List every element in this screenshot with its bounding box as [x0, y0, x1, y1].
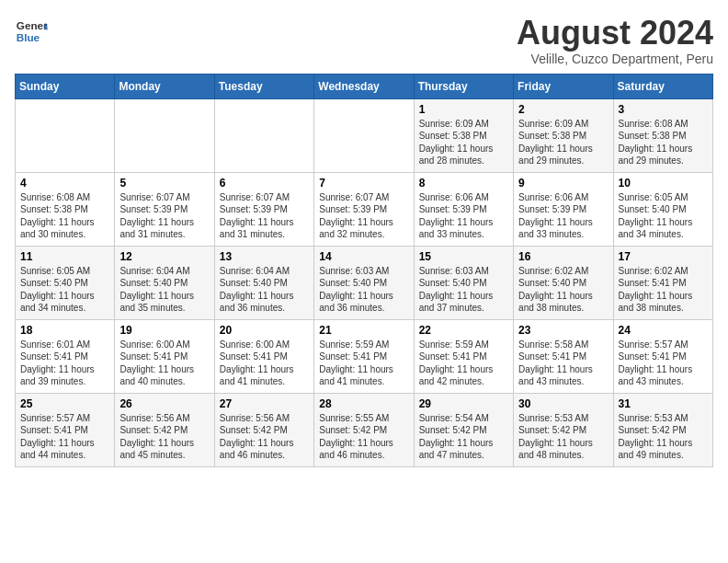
- day-info: Sunrise: 6:03 AM Sunset: 5:40 PM Dayligh…: [419, 265, 508, 315]
- day-info: Sunrise: 6:09 AM Sunset: 5:38 PM Dayligh…: [518, 118, 608, 167]
- calendar-cell: 11Sunrise: 6:05 AM Sunset: 5:40 PM Dayli…: [16, 246, 115, 319]
- day-info: Sunrise: 6:08 AM Sunset: 5:38 PM Dayligh…: [20, 191, 109, 241]
- day-number: 13: [220, 250, 309, 263]
- calendar-cell: 8Sunrise: 6:06 AM Sunset: 5:39 PM Daylig…: [414, 172, 513, 246]
- day-number: 6: [220, 177, 309, 190]
- day-number: 2: [518, 103, 608, 116]
- day-info: Sunrise: 5:55 AM Sunset: 5:42 PM Dayligh…: [319, 412, 408, 462]
- weekday-header-wednesday: Wednesday: [314, 74, 414, 98]
- calendar-cell: 18Sunrise: 6:01 AM Sunset: 5:41 PM Dayli…: [16, 319, 115, 393]
- day-number: 12: [119, 250, 209, 263]
- calendar-cell: 29Sunrise: 5:54 AM Sunset: 5:42 PM Dayli…: [414, 393, 513, 466]
- weekday-header-tuesday: Tuesday: [214, 74, 313, 98]
- day-info: Sunrise: 6:06 AM Sunset: 5:39 PM Dayligh…: [518, 191, 608, 241]
- day-info: Sunrise: 5:56 AM Sunset: 5:42 PM Dayligh…: [220, 412, 309, 462]
- svg-text:General: General: [17, 19, 48, 31]
- day-number: 27: [220, 397, 309, 410]
- day-info: Sunrise: 6:03 AM Sunset: 5:40 PM Dayligh…: [319, 265, 408, 315]
- day-number: 19: [119, 324, 209, 337]
- day-number: 20: [220, 324, 309, 337]
- calendar-cell: 3Sunrise: 6:08 AM Sunset: 5:38 PM Daylig…: [613, 98, 712, 172]
- calendar-cell: 5Sunrise: 6:07 AM Sunset: 5:39 PM Daylig…: [115, 172, 214, 246]
- day-number: 1: [419, 103, 508, 116]
- calendar-cell: 15Sunrise: 6:03 AM Sunset: 5:40 PM Dayli…: [414, 246, 513, 319]
- calendar-cell: 13Sunrise: 6:04 AM Sunset: 5:40 PM Dayli…: [214, 246, 313, 319]
- day-info: Sunrise: 5:59 AM Sunset: 5:41 PM Dayligh…: [419, 339, 508, 388]
- day-number: 9: [518, 177, 608, 190]
- month-year-title: August 2024: [517, 15, 713, 52]
- day-info: Sunrise: 6:06 AM Sunset: 5:39 PM Dayligh…: [419, 191, 508, 241]
- calendar-table: SundayMondayTuesdayWednesdayThursdayFrid…: [15, 74, 713, 467]
- title-block: August 2024 Velille, Cuzco Department, P…: [517, 15, 713, 66]
- day-info: Sunrise: 5:58 AM Sunset: 5:41 PM Dayligh…: [518, 339, 608, 388]
- weekday-header-row: SundayMondayTuesdayWednesdayThursdayFrid…: [16, 74, 713, 98]
- calendar-cell: 30Sunrise: 5:53 AM Sunset: 5:42 PM Dayli…: [514, 393, 613, 466]
- calendar-cell: 17Sunrise: 6:02 AM Sunset: 5:41 PM Dayli…: [613, 246, 712, 319]
- calendar-cell: 1Sunrise: 6:09 AM Sunset: 5:38 PM Daylig…: [414, 98, 513, 172]
- day-number: 30: [518, 397, 608, 410]
- calendar-cell: 4Sunrise: 6:08 AM Sunset: 5:38 PM Daylig…: [16, 172, 115, 246]
- calendar-cell: [214, 98, 313, 172]
- svg-text:Blue: Blue: [17, 31, 40, 43]
- calendar-cell: 21Sunrise: 5:59 AM Sunset: 5:41 PM Dayli…: [314, 319, 414, 393]
- calendar-cell: 20Sunrise: 6:00 AM Sunset: 5:41 PM Dayli…: [214, 319, 313, 393]
- day-info: Sunrise: 6:07 AM Sunset: 5:39 PM Dayligh…: [119, 191, 209, 241]
- day-number: 24: [619, 324, 708, 337]
- calendar-cell: 23Sunrise: 5:58 AM Sunset: 5:41 PM Dayli…: [514, 319, 613, 393]
- logo: General Blue: [15, 15, 48, 48]
- calendar-week-row: 4Sunrise: 6:08 AM Sunset: 5:38 PM Daylig…: [16, 172, 713, 246]
- day-info: Sunrise: 6:00 AM Sunset: 5:41 PM Dayligh…: [220, 339, 309, 388]
- calendar-cell: 19Sunrise: 6:00 AM Sunset: 5:41 PM Dayli…: [115, 319, 214, 393]
- weekday-header-friday: Friday: [514, 74, 613, 98]
- day-number: 8: [419, 177, 508, 190]
- calendar-cell: 25Sunrise: 5:57 AM Sunset: 5:41 PM Dayli…: [16, 393, 115, 466]
- calendar-cell: 31Sunrise: 5:53 AM Sunset: 5:42 PM Dayli…: [613, 393, 712, 466]
- calendar-cell: 16Sunrise: 6:02 AM Sunset: 5:40 PM Dayli…: [514, 246, 613, 319]
- calendar-cell: 12Sunrise: 6:04 AM Sunset: 5:40 PM Dayli…: [115, 246, 214, 319]
- calendar-cell: 2Sunrise: 6:09 AM Sunset: 5:38 PM Daylig…: [514, 98, 613, 172]
- day-number: 31: [619, 397, 708, 410]
- day-number: 21: [319, 324, 408, 337]
- day-number: 22: [419, 324, 508, 337]
- weekday-header-monday: Monday: [115, 74, 214, 98]
- day-number: 23: [518, 324, 608, 337]
- calendar-week-row: 25Sunrise: 5:57 AM Sunset: 5:41 PM Dayli…: [16, 393, 713, 466]
- day-number: 11: [20, 250, 109, 263]
- calendar-cell: 24Sunrise: 5:57 AM Sunset: 5:41 PM Dayli…: [613, 319, 712, 393]
- calendar-week-row: 1Sunrise: 6:09 AM Sunset: 5:38 PM Daylig…: [16, 98, 713, 172]
- day-info: Sunrise: 5:57 AM Sunset: 5:41 PM Dayligh…: [619, 339, 708, 388]
- day-info: Sunrise: 6:08 AM Sunset: 5:38 PM Dayligh…: [619, 118, 708, 167]
- day-info: Sunrise: 6:02 AM Sunset: 5:40 PM Dayligh…: [518, 265, 608, 315]
- day-number: 17: [619, 250, 708, 263]
- day-info: Sunrise: 6:04 AM Sunset: 5:40 PM Dayligh…: [119, 265, 209, 315]
- day-number: 7: [319, 177, 408, 190]
- day-number: 5: [119, 177, 209, 190]
- calendar-cell: 26Sunrise: 5:56 AM Sunset: 5:42 PM Dayli…: [115, 393, 214, 466]
- day-info: Sunrise: 5:53 AM Sunset: 5:42 PM Dayligh…: [619, 412, 708, 462]
- day-number: 28: [319, 397, 408, 410]
- day-info: Sunrise: 6:04 AM Sunset: 5:40 PM Dayligh…: [220, 265, 309, 315]
- weekday-header-saturday: Saturday: [613, 74, 712, 98]
- calendar-cell: 9Sunrise: 6:06 AM Sunset: 5:39 PM Daylig…: [514, 172, 613, 246]
- day-info: Sunrise: 6:02 AM Sunset: 5:41 PM Dayligh…: [619, 265, 708, 315]
- calendar-week-row: 18Sunrise: 6:01 AM Sunset: 5:41 PM Dayli…: [16, 319, 713, 393]
- day-info: Sunrise: 6:07 AM Sunset: 5:39 PM Dayligh…: [319, 191, 408, 241]
- calendar-week-row: 11Sunrise: 6:05 AM Sunset: 5:40 PM Dayli…: [16, 246, 713, 319]
- calendar-cell: [314, 98, 414, 172]
- day-info: Sunrise: 6:05 AM Sunset: 5:40 PM Dayligh…: [619, 191, 708, 241]
- day-number: 4: [20, 177, 109, 190]
- calendar-cell: 28Sunrise: 5:55 AM Sunset: 5:42 PM Dayli…: [314, 393, 414, 466]
- day-info: Sunrise: 5:54 AM Sunset: 5:42 PM Dayligh…: [419, 412, 508, 462]
- calendar-cell: 27Sunrise: 5:56 AM Sunset: 5:42 PM Dayli…: [214, 393, 313, 466]
- day-info: Sunrise: 5:53 AM Sunset: 5:42 PM Dayligh…: [518, 412, 608, 462]
- calendar-cell: 14Sunrise: 6:03 AM Sunset: 5:40 PM Dayli…: [314, 246, 414, 319]
- calendar-cell: 10Sunrise: 6:05 AM Sunset: 5:40 PM Dayli…: [613, 172, 712, 246]
- calendar-cell: 7Sunrise: 6:07 AM Sunset: 5:39 PM Daylig…: [314, 172, 414, 246]
- day-info: Sunrise: 6:00 AM Sunset: 5:41 PM Dayligh…: [119, 339, 209, 388]
- day-number: 3: [619, 103, 708, 116]
- day-number: 18: [20, 324, 109, 337]
- calendar-cell: [16, 98, 115, 172]
- page-header: General Blue August 2024 Velille, Cuzco …: [15, 15, 713, 66]
- weekday-header-thursday: Thursday: [414, 74, 513, 98]
- location-subtitle: Velille, Cuzco Department, Peru: [517, 52, 713, 66]
